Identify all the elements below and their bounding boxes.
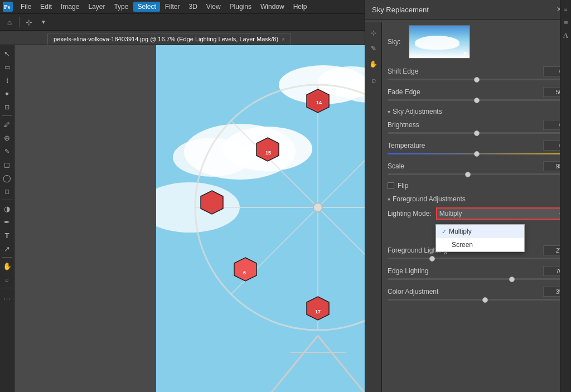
svg-text:6: 6	[243, 270, 246, 275]
tool-healing[interactable]: ⊕	[1, 132, 13, 144]
scale-track	[388, 173, 565, 175]
fade-edge-thumb[interactable]	[474, 98, 480, 103]
sky-dropdown-arrow: ▼	[462, 50, 468, 56]
color-adjustment-thumb[interactable]	[482, 297, 488, 303]
option-multiply-label: Multiply	[449, 228, 472, 235]
edge-lighting-row: Edge Lighting	[388, 266, 565, 276]
fade-edge-slider[interactable]	[388, 99, 565, 101]
temperature-slider[interactable]	[388, 153, 565, 154]
shift-edge-thumb[interactable]	[474, 77, 480, 83]
tab-filename: pexels-elina-volkova-18403914.jpg @ 16.7…	[54, 36, 278, 42]
option-screen-label: Screen	[452, 241, 473, 249]
menu-image[interactable]: Image	[57, 2, 83, 12]
tool-magic-wand[interactable]: ✦	[1, 88, 13, 100]
tool-stamp[interactable]: ◻	[1, 158, 13, 171]
lighting-mode-row: Lighting Mode: Multiply ▾	[388, 207, 565, 220]
menu-help[interactable]: Help	[289, 2, 311, 12]
tool-pen[interactable]: ✒	[1, 216, 13, 228]
panel-content: Sky: ▼ Shift Edge Fade Edge	[382, 45, 571, 392]
document-tab[interactable]: pexels-elina-volkova-18403914.jpg @ 16.7…	[47, 33, 291, 45]
menu-filter[interactable]: Filter	[161, 2, 184, 12]
edge-lighting-slider[interactable]	[388, 278, 565, 280]
tool-sep-2	[2, 200, 12, 200]
brightness-row: Brightness	[388, 120, 565, 130]
temperature-row: Temperature	[388, 141, 565, 151]
temperature-track	[388, 153, 565, 154]
scale-thumb[interactable]	[465, 172, 471, 177]
svg-marker-28	[257, 138, 279, 161]
lighting-mode-popup: ✓ Multiply Screen	[435, 224, 525, 252]
sky-replacement-panel: Sky Replacement × ⊹ ✎ ✋ ⌕ Sky: ▼ Shift E…	[365, 45, 571, 392]
tool-gradient[interactable]: ◑	[1, 202, 13, 215]
move-tool-btn[interactable]: ⊹	[23, 16, 35, 28]
sky-label: Sky:	[388, 45, 404, 46]
menu-3d[interactable]: 3D	[185, 2, 201, 12]
main-area: ↖ ▭ ⌇ ✦ ⊡ 🖉 ⊕ ✎ ◻ ◯ ◻ ◑ ✒ T ↗ ✋ ⌕ …	[0, 45, 571, 392]
menu-plugins[interactable]: Plugins	[226, 2, 255, 12]
menu-view[interactable]: View	[202, 2, 225, 12]
tool-more[interactable]: …	[1, 291, 13, 303]
brightness-thumb[interactable]	[474, 130, 480, 136]
home-button[interactable]: ⌂	[3, 16, 16, 28]
svg-text:17: 17	[315, 309, 321, 314]
brightness-track	[388, 132, 565, 134]
panel-tool-brush[interactable]: ✎	[367, 45, 380, 55]
svg-marker-23	[307, 297, 329, 320]
option-multiply[interactable]: ✓ Multiply	[436, 225, 524, 238]
brightness-label: Brightness	[388, 121, 540, 129]
panel-tool-hand[interactable]: ✋	[367, 58, 380, 70]
svg-text:14: 14	[316, 100, 322, 105]
tool-lasso[interactable]: ⌇	[1, 74, 13, 86]
sky-thumbnail-button[interactable]: ▼	[409, 45, 470, 59]
temperature-thumb[interactable]	[474, 151, 480, 157]
foreground-adjustments-header[interactable]: ▾ Foreground Adjustments	[388, 195, 565, 203]
foreground-lighting-thumb[interactable]	[429, 256, 435, 262]
tab-close-button[interactable]: ×	[282, 36, 285, 42]
tool-crop[interactable]: ⊡	[1, 101, 13, 113]
tool-zoom[interactable]: ⌕	[1, 273, 13, 285]
shift-edge-slider[interactable]	[388, 79, 565, 80]
menu-edit[interactable]: Edit	[36, 2, 56, 12]
flip-label: Flip	[398, 182, 408, 190]
menu-file[interactable]: File	[17, 2, 35, 12]
fade-edge-row: Fade Edge	[388, 87, 565, 97]
menu-type[interactable]: Type	[110, 2, 132, 12]
foreground-lighting-track	[388, 258, 565, 259]
more-options-btn[interactable]: ▼	[37, 16, 50, 28]
tool-move[interactable]: ↖	[1, 47, 13, 60]
option-screen[interactable]: Screen	[436, 238, 524, 251]
tool-brush[interactable]: ✎	[1, 145, 13, 157]
tool-text[interactable]: T	[1, 229, 13, 241]
edge-lighting-label: Edge Lighting	[388, 267, 540, 275]
edge-lighting-thumb[interactable]	[509, 277, 515, 282]
menu-layer[interactable]: Layer	[84, 2, 109, 12]
shift-edge-row: Shift Edge	[388, 66, 565, 76]
svg-marker-27	[201, 191, 223, 214]
tool-eraser[interactable]: ◻	[1, 185, 13, 197]
sky-adjustments-chevron: ▾	[388, 109, 390, 115]
tool-sep-4	[2, 288, 12, 288]
tool-sep-3	[2, 257, 12, 258]
svg-point-8	[173, 138, 251, 177]
lighting-mode-label: Lighting Mode:	[388, 210, 432, 217]
color-adjustment-track	[388, 299, 565, 301]
tool-marquee[interactable]: ▭	[1, 61, 13, 73]
foreground-lighting-slider[interactable]	[388, 258, 565, 259]
sky-adjustments-header[interactable]: ▾ Sky Adjustments	[388, 108, 565, 115]
tool-eyedropper[interactable]: 🖉	[1, 118, 13, 130]
scale-slider[interactable]	[388, 173, 565, 175]
panel-tool-zoom[interactable]: ⌕	[367, 74, 380, 86]
color-adjustment-slider[interactable]	[388, 299, 565, 301]
menu-select[interactable]: Select	[133, 2, 159, 12]
tool-history[interactable]: ◯	[1, 172, 13, 184]
tool-path-select[interactable]: ↗	[1, 243, 13, 255]
shift-edge-label: Shift Edge	[388, 67, 540, 75]
app-logo: Ps	[2, 1, 13, 12]
flip-checkbox[interactable]	[388, 182, 394, 189]
lighting-mode-dropdown[interactable]: Multiply ▾	[436, 207, 565, 220]
menu-window[interactable]: Window	[257, 2, 288, 12]
tool-hand[interactable]: ✋	[1, 260, 13, 272]
sky-selector-row: Sky: ▼	[388, 45, 565, 59]
brightness-slider[interactable]	[388, 132, 565, 134]
svg-marker-25	[234, 258, 257, 281]
